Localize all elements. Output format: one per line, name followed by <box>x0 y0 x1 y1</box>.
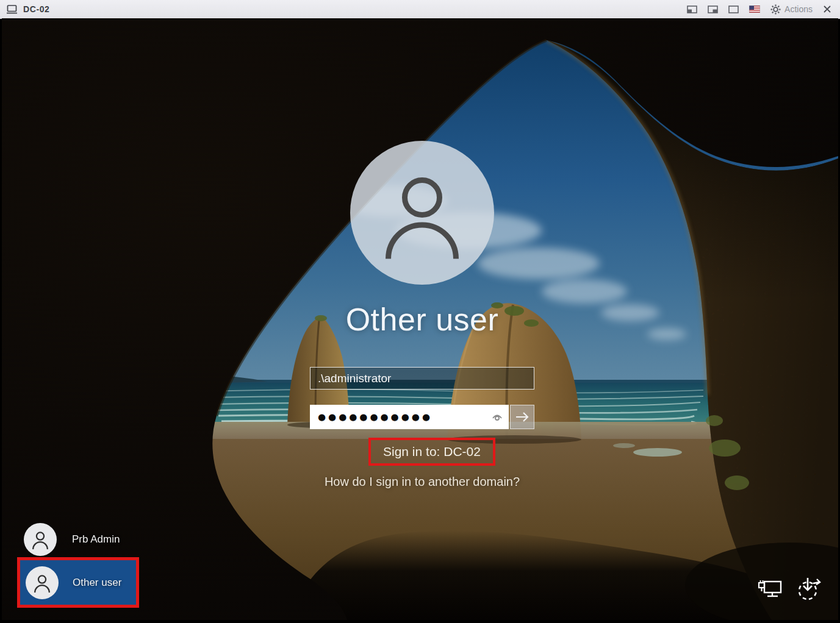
person-icon <box>376 165 468 262</box>
signin-heading: Other user <box>285 301 559 338</box>
ease-of-access-icon[interactable] <box>794 574 823 603</box>
signin-domain-annotation: Sign in to: DC-02 <box>368 438 495 466</box>
username-input[interactable] <box>310 367 534 390</box>
user-avatar-small <box>24 523 57 556</box>
other-user-annotation: Other user <box>17 557 139 608</box>
ease-of-access-icon-glyph <box>794 574 823 603</box>
user-tile-other-user[interactable]: Other user <box>20 560 136 605</box>
fit-guest-icon <box>687 5 697 13</box>
reveal-password-button[interactable] <box>490 410 504 425</box>
vm-title: DC-02 <box>23 4 49 14</box>
network-icon <box>757 577 785 603</box>
signin-domain-text: Sign in to: DC-02 <box>383 444 481 458</box>
fit-window-button[interactable] <box>706 4 719 15</box>
actions-label: Actions <box>784 4 813 14</box>
domain-help-link[interactable]: How do I sign in to another domain? <box>285 475 559 489</box>
console-controls: Actions <box>686 3 840 16</box>
person-icon <box>31 529 50 550</box>
password-dots: ●●●●●●●●●●● <box>311 405 433 429</box>
console-title-group: DC-02 <box>0 4 49 14</box>
close-console-button[interactable] <box>822 4 833 15</box>
user-tile-prb-admin[interactable]: Prb Admin <box>24 522 120 557</box>
reveal-eye-icon <box>490 410 504 424</box>
user-avatar-small <box>26 566 59 599</box>
fit-window-icon <box>708 5 718 13</box>
user-avatar-large <box>350 141 494 285</box>
us-flag-icon <box>749 5 760 13</box>
user-name: Other user <box>73 577 121 589</box>
arrow-right-icon <box>515 411 529 423</box>
person-icon <box>32 572 52 593</box>
password-input[interactable]: ●●●●●●●●●●● <box>310 405 509 429</box>
fit-guest-button[interactable] <box>686 4 698 15</box>
fullscreen-icon <box>728 5 739 13</box>
gear-icon <box>770 4 781 15</box>
submit-button[interactable] <box>510 405 534 429</box>
vm-screen: Other user ●●●●●●●●●●● Sign in to: DC-02 <box>2 18 838 620</box>
actions-button[interactable]: Actions <box>769 3 814 16</box>
fullscreen-button[interactable] <box>727 4 740 15</box>
vm-console-window: DC-02 <box>0 0 840 623</box>
network-status-icon[interactable] <box>757 577 785 603</box>
console-titlebar: DC-02 <box>0 0 840 19</box>
keyboard-layout-button[interactable] <box>748 4 761 14</box>
vm-monitor-icon <box>6 5 18 14</box>
user-name: Prb Admin <box>72 533 120 546</box>
password-row: ●●●●●●●●●●● <box>310 405 534 429</box>
close-icon <box>823 5 831 13</box>
